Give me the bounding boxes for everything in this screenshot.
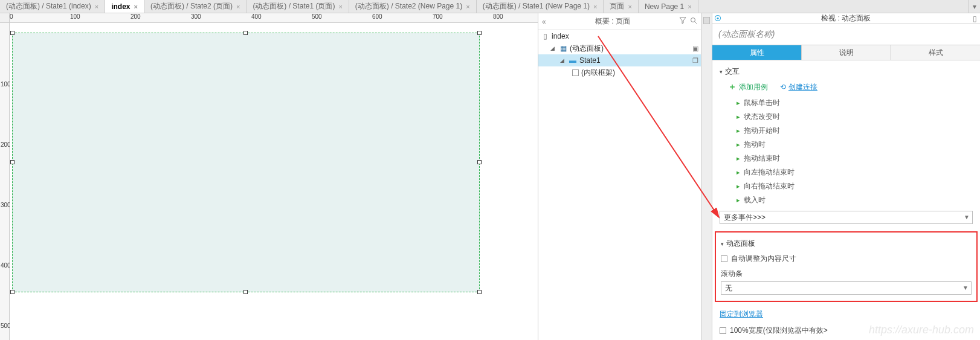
event-label: 拖动开始时: [744, 126, 780, 136]
caret-icon[interactable]: ◢: [560, 57, 566, 63]
tabs-dropdown-icon[interactable]: ▾: [968, 0, 980, 13]
event-label: 状态改变时: [744, 112, 780, 122]
inspector-tabs: 属性 说明 样式: [712, 45, 980, 60]
tab-state2-page[interactable]: (动态面板) / State2 (页面)×: [144, 0, 247, 13]
tab-new-page-1[interactable]: New Page 1×: [639, 0, 698, 13]
link-label: 创建连接: [788, 82, 817, 92]
resize-handle-se[interactable]: [477, 290, 482, 294]
event-dragstart[interactable]: ▸拖动开始时: [720, 124, 973, 138]
event-label: 载入时: [744, 195, 766, 205]
close-icon[interactable]: ×: [688, 3, 691, 10]
canvas-area: 0 100 200 300 400 500 600 700 800 100 20…: [0, 13, 538, 340]
tab-state1-new1[interactable]: (动态面板) / State1 (New Page 1)×: [477, 0, 604, 13]
resize-handle-nw[interactable]: [10, 31, 15, 35]
section-header-panel[interactable]: ▾ 动态面板: [721, 236, 972, 251]
tab-label: (动态面板) / State1 (页面): [253, 1, 335, 11]
chevron-down-icon: ▾: [721, 241, 724, 247]
canvas-stage[interactable]: [10, 23, 538, 340]
ruler-tick-label: 700: [433, 13, 443, 20]
outline-title: 概要 : 页面: [550, 16, 675, 27]
link-icon: ⟲: [780, 83, 786, 91]
highlighted-section: ▾ 动态面板 自动调整为内容尺寸 滚动条 无 ▼: [715, 231, 978, 302]
resize-handle-n[interactable]: [243, 31, 248, 35]
tree-row-state1[interactable]: ◢ ▬ State1 ❐: [538, 54, 701, 66]
close-icon[interactable]: ×: [628, 3, 631, 10]
resize-handle-w[interactable]: [10, 160, 15, 164]
panel-badge-icon: ▣: [692, 45, 698, 53]
tab-state1-page[interactable]: (动态面板) / State1 (页面)×: [247, 0, 349, 13]
caret-icon[interactable]: ◢: [550, 45, 556, 51]
ruler-tick-label: 400: [251, 13, 262, 20]
close-icon[interactable]: ×: [236, 3, 240, 10]
checkbox-icon[interactable]: [720, 327, 726, 334]
event-swiperight[interactable]: ▸向右拖动结束时: [720, 179, 973, 193]
event-swipeleft[interactable]: ▸向左拖动结束时: [720, 165, 973, 179]
ruler-horizontal: 0 100 200 300 400 500 600 700 800: [10, 13, 538, 23]
event-label: 鼠标单击时: [744, 98, 780, 108]
resize-handle-e[interactable]: [477, 160, 482, 164]
resize-handle-sw[interactable]: [10, 290, 15, 294]
event-dragend[interactable]: ▸拖动结束时: [720, 152, 973, 165]
tab-state1-index[interactable]: (动态面板) / State1 (index)×: [0, 0, 105, 13]
section-title: 交互: [725, 66, 740, 77]
collapse-icon[interactable]: «: [542, 18, 546, 26]
close-icon[interactable]: ×: [338, 3, 342, 10]
tab-index[interactable]: index×: [105, 0, 144, 13]
resize-handle-s[interactable]: [243, 290, 248, 294]
resize-handle-ne[interactable]: [477, 31, 482, 35]
event-drag[interactable]: ▸拖动时: [720, 138, 973, 152]
checkbox-label: 自动调整为内容尺寸: [731, 254, 796, 264]
ruler-vertical: 100 200 300 400 500: [0, 23, 10, 340]
link-label: 固定到浏览器: [720, 310, 763, 318]
ruler-tick-label: 100: [70, 13, 80, 20]
event-icon: ▸: [737, 127, 740, 135]
tab-label: index: [111, 2, 130, 11]
outline-header: « 概要 : 页面: [538, 13, 701, 30]
full-width-checkbox-row[interactable]: 100%宽度(仅限浏览器中有效>: [720, 323, 973, 338]
tree-label: State1: [579, 56, 601, 65]
select-value: 无: [725, 283, 732, 293]
outline-panel: « 概要 : 页面 ▯ index ◢ ▦ (动态面板): [538, 13, 701, 340]
tree-row-iframe[interactable]: (内联框架): [538, 66, 701, 79]
event-onclick[interactable]: ▸鼠标单击时: [720, 96, 973, 110]
ruler-tick-label: 800: [493, 13, 503, 20]
select-label: 更多事件>>>: [724, 213, 766, 223]
tab-notes[interactable]: 说明: [802, 45, 891, 60]
panel-splitter[interactable]: [701, 13, 712, 340]
tab-label: (动态面板) / State1 (New Page 1): [483, 1, 590, 11]
page-icon[interactable]: ▯: [969, 14, 980, 23]
selected-widget[interactable]: [12, 33, 480, 292]
duplicate-icon[interactable]: ❐: [692, 57, 698, 65]
event-icon: ▸: [737, 99, 740, 107]
svg-line-1: [695, 22, 697, 24]
tab-label: (动态面板) / State1 (index): [6, 1, 91, 11]
widget-name-input[interactable]: (动态面板名称): [712, 24, 980, 45]
ruler-corner: [0, 13, 10, 23]
state-icon: ▬: [569, 56, 577, 65]
search-icon[interactable]: [690, 17, 697, 26]
tree-row-page[interactable]: ▯ index: [538, 30, 701, 42]
pin-to-browser-link[interactable]: 固定到浏览器: [720, 306, 973, 323]
close-icon[interactable]: ×: [134, 3, 137, 10]
close-icon[interactable]: ×: [95, 3, 98, 10]
tab-state2-new1[interactable]: (动态面板) / State2 (New Page 1)×: [349, 0, 477, 13]
filter-icon[interactable]: [679, 17, 686, 26]
create-link-link[interactable]: ⟲ 创建连接: [780, 82, 817, 92]
event-onload[interactable]: ▸载入时: [720, 193, 973, 207]
tree-row-panel[interactable]: ◢ ▦ (动态面板) ▣: [538, 42, 701, 54]
close-icon[interactable]: ×: [593, 3, 597, 10]
close-icon[interactable]: ×: [466, 3, 469, 10]
section-title: 动态面板: [726, 239, 755, 249]
more-events-select[interactable]: 更多事件>>> ▼: [720, 211, 973, 224]
grip-icon: [703, 17, 710, 24]
locate-icon[interactable]: ⦿: [712, 14, 723, 23]
tab-properties[interactable]: 属性: [712, 45, 802, 60]
checkbox-icon[interactable]: [721, 255, 727, 262]
auto-fit-checkbox-row[interactable]: 自动调整为内容尺寸: [721, 251, 972, 266]
section-header-interactions[interactable]: ▾ 交互: [720, 64, 973, 79]
add-case-link[interactable]: ＋ 添加用例: [728, 82, 768, 92]
tab-page[interactable]: 页面×: [604, 0, 638, 13]
scrollbar-select[interactable]: 无 ▼: [721, 281, 972, 295]
tab-style[interactable]: 样式: [891, 45, 980, 60]
event-statechange[interactable]: ▸状态改变时: [720, 110, 973, 124]
